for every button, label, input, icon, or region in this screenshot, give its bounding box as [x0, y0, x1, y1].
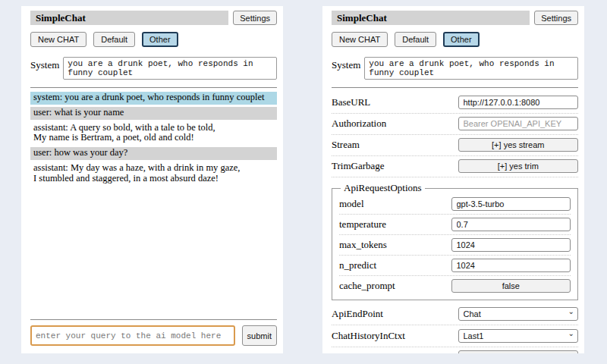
query-input[interactable]	[30, 325, 235, 346]
new-chat-button[interactable]: New CHAT	[30, 32, 86, 47]
setting-label: n_predict	[339, 259, 445, 271]
setting-row-chat-history-in-ctxt: ChatHistoryInCtxt Last1 ⌄	[332, 325, 578, 347]
workspace: SimpleChat Settings New CHAT Default Oth…	[0, 0, 607, 364]
setting-label: ChatHistoryInCtxt	[332, 330, 452, 342]
title-row: SimpleChat Settings	[30, 11, 277, 25]
trimgarbage-toggle-button[interactable]: [+] yes trim	[458, 159, 579, 173]
cache-prompt-toggle-button[interactable]: false	[451, 279, 571, 293]
new-chat-button[interactable]: New CHAT	[332, 32, 388, 47]
chat-message-assistant: assistant: My day was a haze, with a dri…	[30, 162, 277, 186]
system-label: System	[30, 57, 59, 71]
system-prompt-input[interactable]: you are a drunk poet, who responds in fu…	[63, 57, 277, 80]
setting-label: temperature	[339, 218, 445, 231]
api-endpoint-select[interactable]: Chat	[458, 307, 579, 321]
authorization-input[interactable]	[458, 117, 579, 130]
chat-message-user: user: what is your name	[30, 107, 277, 120]
stream-toggle-button[interactable]: [+] yes stream	[458, 138, 579, 152]
submit-button[interactable]: submit	[242, 325, 277, 346]
setting-row-trimgarbage: TrimGarbage [+] yes trim	[332, 156, 578, 177]
app-title: SimpleChat	[30, 11, 228, 25]
model-input[interactable]	[451, 197, 571, 211]
n-predict-input[interactable]	[451, 259, 571, 272]
setting-row-cache-prompt: cache_prompt false	[339, 276, 571, 296]
chat-history-in-ctxt-select[interactable]: Last1	[458, 329, 579, 343]
setting-row-api-endpoint: ApiEndPoint Chat ⌄	[332, 303, 578, 325]
settings-button[interactable]: Settings	[233, 11, 277, 25]
setting-label: model	[339, 198, 445, 210]
divider	[332, 87, 578, 88]
baseurl-input[interactable]	[458, 96, 579, 109]
chat-message-assistant: assistant: A query so bold, with a tale …	[30, 122, 277, 146]
system-row: System you are a drunk poet, who respond…	[332, 57, 578, 80]
select-wrapper: Chat ⌄	[458, 306, 579, 321]
app-title: SimpleChat	[332, 11, 530, 25]
session-button-default[interactable]: Default	[93, 32, 135, 47]
setting-label: Authorization	[332, 118, 452, 130]
setting-label: BaseURL	[332, 96, 452, 108]
session-button-other[interactable]: Other	[443, 32, 480, 47]
setting-row-authorization: Authorization	[332, 114, 578, 135]
max-tokens-input[interactable]	[451, 238, 571, 252]
setting-label: ApiEndPoint	[332, 308, 452, 320]
setting-row-max-tokens: max_tokens	[339, 235, 571, 256]
temperature-input[interactable]	[451, 218, 571, 231]
setting-row-stream: Stream [+] yes stream	[332, 135, 578, 156]
system-prompt-input[interactable]: you are a drunk poet, who responds in fu…	[364, 57, 578, 80]
settings-button[interactable]: Settings	[534, 11, 578, 25]
settings-panel: SimpleChat Settings New CHAT Default Oth…	[322, 6, 584, 353]
setting-label: TrimGarbage	[332, 160, 452, 172]
setting-row-baseurl: BaseURL	[332, 93, 578, 114]
setting-label: cache_prompt	[339, 280, 445, 292]
settings-list: BaseURL Authorization Stream [+] yes str…	[332, 93, 578, 353]
setting-row-temperature: temperature	[339, 215, 571, 235]
api-request-options-fieldset: ApiRequestOptions model temperature max_…	[332, 182, 578, 300]
setting-label: Stream	[332, 139, 452, 151]
session-button-other[interactable]: Other	[142, 32, 178, 47]
chat-message-user: user: how was your day?	[30, 147, 277, 160]
system-label: System	[332, 57, 360, 71]
setting-label: CompletionFreshChatAlways	[332, 351, 452, 353]
session-button-default[interactable]: Default	[395, 32, 436, 47]
divider	[30, 87, 277, 88]
completion-fresh-chat-always-toggle-button[interactable]: [+] yes fresh	[458, 350, 579, 353]
query-area: submit	[30, 318, 277, 346]
chat-message-system: system: you are a drunk poet, who respon…	[30, 92, 277, 105]
select-wrapper: Last1 ⌄	[458, 328, 579, 343]
setting-row-model: model	[339, 194, 571, 215]
title-row: SimpleChat Settings	[332, 11, 578, 25]
setting-label: max_tokens	[339, 239, 445, 251]
system-row: System you are a drunk poet, who respond…	[30, 57, 277, 80]
chat-message-list: system: you are a drunk poet, who respon…	[30, 92, 277, 187]
api-request-options-legend: ApiRequestOptions	[341, 182, 425, 194]
setting-row-n-predict: n_predict	[339, 256, 571, 276]
chat-panel: SimpleChat Settings New CHAT Default Oth…	[21, 6, 283, 353]
divider	[30, 319, 277, 320]
query-row: submit	[30, 325, 277, 346]
session-row: New CHAT Default Other	[30, 32, 277, 47]
setting-row-completion-fresh-chat-always: CompletionFreshChatAlways [+] yes fresh	[332, 347, 578, 353]
session-row: New CHAT Default Other	[332, 32, 578, 47]
